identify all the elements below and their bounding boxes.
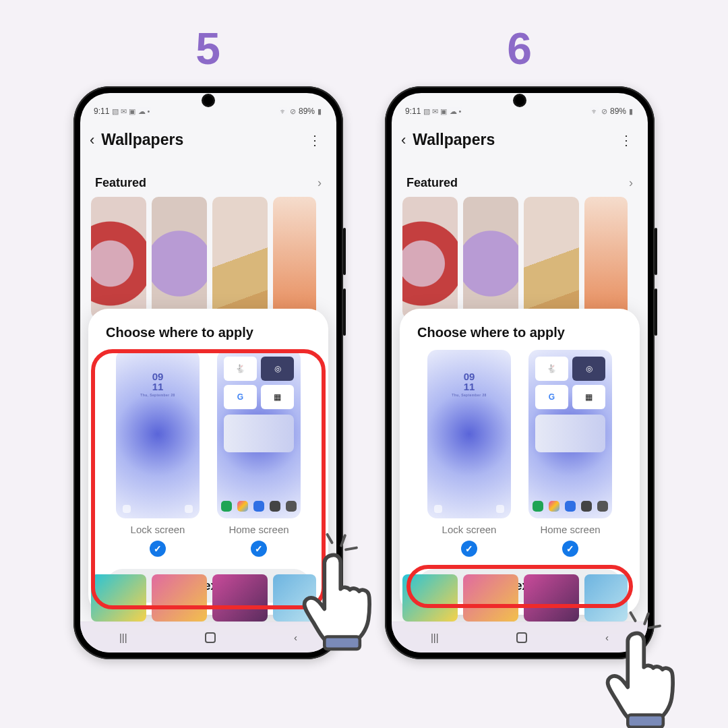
widget-wide — [224, 415, 294, 452]
wallpaper-thumb[interactable] — [152, 574, 207, 621]
option-lock-screen[interactable]: 09 11 Thu, September 28 Lock screen ✓ — [427, 350, 511, 557]
wallpaper-thumb[interactable] — [152, 197, 207, 318]
check-icon[interactable]: ✓ — [150, 541, 166, 557]
phone-frame: 9:11 ▧ ✉ ▣ ☁ • ᯤ ⊘ 89% ▮ ‹ Wallpapers ⋮ — [385, 86, 655, 659]
wallpaper-thumb[interactable] — [463, 197, 518, 318]
lock-clock-min: 11 — [152, 381, 164, 392]
back-icon[interactable]: ‹ — [90, 131, 94, 149]
widget-icon: G — [535, 385, 568, 409]
wallpaper-thumb[interactable] — [584, 574, 628, 621]
wallpaper-thumb[interactable] — [212, 574, 268, 621]
dock-icon — [533, 501, 543, 512]
system-nav-bar: ||| ‹ — [392, 621, 648, 653]
chevron-right-icon: › — [629, 176, 633, 190]
step-number-6: 6 — [507, 23, 533, 74]
option-home-label: Home screen — [540, 524, 600, 535]
status-left-icons: ▧ ✉ ▣ ☁ • — [112, 107, 150, 116]
wallpaper-thumb[interactable] — [273, 197, 316, 318]
page-title: Wallpapers — [413, 131, 613, 149]
nav-recent-icon[interactable]: ||| — [431, 632, 439, 643]
option-lock-screen[interactable]: 09 11 Thu, September 28 Lock screen ✓ — [116, 350, 200, 557]
option-home-label: Home screen — [229, 524, 289, 535]
widget-icon: G — [224, 385, 257, 409]
tap-spark — [324, 535, 355, 566]
lock-clock-date: Thu, September 28 — [116, 394, 200, 397]
phone-frame: 9:11 ▧ ✉ ▣ ☁ • ᯤ ⊘ 89% ▮ ‹ Wallpapers ⋮ — [73, 86, 343, 659]
nav-home-icon[interactable] — [516, 632, 527, 643]
more-icon[interactable]: ⋮ — [308, 132, 324, 148]
dock-icon — [597, 501, 608, 512]
wallpaper-thumb[interactable] — [402, 197, 458, 318]
battery-icon: ▮ — [629, 107, 633, 116]
status-time: 9:11 — [405, 107, 421, 116]
step-number-5: 5 — [195, 23, 221, 74]
widget-icon: ▦ — [572, 385, 605, 409]
dock-icon — [237, 501, 248, 512]
wallpaper-thumb[interactable] — [463, 574, 518, 621]
wallpaper-thumb[interactable] — [524, 197, 579, 318]
nav-recent-icon[interactable]: ||| — [119, 632, 127, 643]
no-sim-icon: ⊘ — [601, 107, 607, 116]
battery-icon: ▮ — [317, 107, 322, 116]
tap-spark — [628, 613, 659, 644]
dock-icon — [581, 501, 592, 512]
page-title: Wallpapers — [101, 131, 301, 149]
screen: 9:11 ▧ ✉ ▣ ☁ • ᯤ ⊘ 89% ▮ ‹ Wallpapers ⋮ — [392, 93, 648, 653]
featured-label: Featured — [95, 176, 146, 190]
featured-row[interactable]: Featured › — [80, 153, 336, 197]
wallpaper-thumb[interactable] — [524, 574, 579, 621]
option-home-screen[interactable]: 🐇 ◎ G ▦ — [217, 350, 301, 557]
option-home-screen[interactable]: 🐇 ◎ G ▦ — [528, 350, 612, 557]
widget-icon: 🐇 — [224, 357, 257, 381]
dock-icon — [270, 501, 280, 512]
lock-clock-min: 11 — [464, 381, 475, 392]
widget-icon: ◎ — [261, 357, 294, 381]
camera-hole — [515, 96, 524, 105]
wallpaper-thumb[interactable] — [91, 197, 146, 318]
system-nav-bar: ||| ‹ — [80, 621, 336, 653]
check-icon[interactable]: ✓ — [251, 541, 267, 557]
lower-thumbs — [392, 568, 638, 621]
wallpaper-thumb[interactable] — [212, 197, 268, 318]
camera-hole — [204, 96, 213, 105]
wallpaper-thumb[interactable] — [402, 574, 458, 621]
status-time: 9:11 — [94, 107, 109, 116]
status-left-icons: ▧ ✉ ▣ ☁ • — [423, 107, 461, 116]
lock-clock-date: Thu, September 28 — [427, 394, 511, 397]
featured-thumbnails — [80, 197, 336, 318]
chevron-right-icon: › — [317, 176, 322, 190]
wallpaper-thumb[interactable] — [273, 574, 316, 621]
featured-row[interactable]: Featured › — [392, 153, 648, 197]
more-icon[interactable]: ⋮ — [619, 132, 636, 148]
wallpaper-thumb[interactable] — [584, 197, 628, 318]
battery-percent: 89% — [299, 107, 315, 116]
svg-rect-1 — [628, 715, 663, 727]
dock-icon — [253, 501, 264, 512]
nav-home-icon[interactable] — [205, 632, 216, 643]
lock-preview: 09 11 Thu, September 28 — [116, 350, 200, 518]
check-icon[interactable]: ✓ — [461, 541, 477, 557]
option-lock-label: Lock screen — [131, 524, 185, 535]
battery-percent: 89% — [610, 107, 626, 116]
wallpaper-thumb[interactable] — [91, 574, 146, 621]
back-icon[interactable]: ‹ — [401, 131, 406, 149]
nav-back-icon[interactable]: ‹ — [294, 632, 297, 643]
option-lock-label: Lock screen — [442, 524, 497, 535]
widget-wide — [535, 415, 605, 452]
widget-icon: 🐇 — [535, 357, 568, 381]
dock-icon — [549, 501, 559, 512]
dock-icon — [221, 501, 232, 512]
dock-icon — [286, 501, 297, 512]
featured-label: Featured — [406, 176, 458, 190]
wifi-icon: ᯤ — [280, 107, 287, 115]
home-preview: 🐇 ◎ G ▦ — [217, 350, 301, 518]
home-preview: 🐇 ◎ G ▦ — [528, 350, 612, 518]
dock-icon — [565, 501, 576, 512]
dialog-title: Choose where to apply — [99, 325, 317, 350]
widget-icon: ▦ — [261, 385, 294, 409]
widget-icon: ◎ — [572, 357, 605, 381]
check-icon[interactable]: ✓ — [562, 541, 578, 557]
nav-back-icon[interactable]: ‹ — [605, 632, 609, 643]
no-sim-icon: ⊘ — [290, 107, 296, 116]
lower-thumbs — [80, 568, 327, 621]
